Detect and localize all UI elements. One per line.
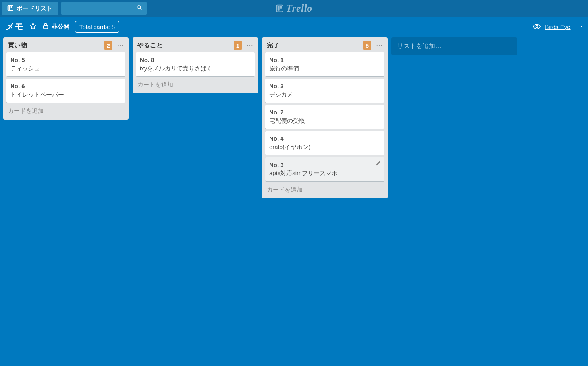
card-number: No. 6 (10, 82, 121, 90)
card-title: ティッシュ (10, 65, 40, 72)
card-count-badge: 1 (234, 41, 242, 50)
svg-rect-6 (277, 6, 279, 11)
list-header: 完了 5 ⋯ (262, 37, 388, 52)
card-number: No. 7 (269, 108, 380, 116)
svg-line-4 (140, 8, 142, 10)
board-header: メモ 非公開 Total cards: 8 Birds Eye · (0, 17, 588, 37)
card-title: erato(イヤホン) (269, 143, 310, 150)
list-cards: No. 5 ティッシュ No. 6 トイレットペーパー (3, 52, 129, 103)
trello-logo: Trello (276, 0, 312, 17)
list-shopping: 買い物 2 ⋯ No. 5 ティッシュ No. 6 トイレットペーパー カードを… (3, 37, 129, 120)
board-title: メモ (6, 21, 24, 33)
card-number: No. 4 (269, 134, 380, 143)
add-list-button[interactable]: リストを追加… (391, 37, 517, 55)
card[interactable]: No. 5 ティッシュ (6, 52, 125, 76)
list-title[interactable]: やること (137, 41, 231, 50)
list-todo: やること 1 ⋯ No. 8 ixyをメルカリで売りさばく カードを追加 (133, 37, 258, 93)
card[interactable]: No. 1 旅行の準備 (265, 52, 384, 76)
card-number: No. 5 (10, 56, 121, 64)
card[interactable]: No. 8 ixyをメルカリで売りさばく (136, 52, 255, 76)
list-menu-icon[interactable]: ⋯ (245, 42, 255, 49)
trello-board-icon (7, 5, 13, 12)
card-title: トイレットペーパー (10, 91, 64, 98)
svg-rect-7 (280, 6, 282, 9)
total-cards-badge: Total cards: 8 (75, 21, 119, 33)
card-number: No. 2 (269, 82, 380, 90)
add-card-button[interactable]: カードを追加 (262, 182, 388, 198)
svg-rect-8 (44, 25, 48, 29)
topbar: ボードリスト Trello (0, 0, 588, 17)
privacy-label: 非公開 (52, 23, 69, 31)
svg-rect-1 (8, 6, 10, 10)
svg-rect-2 (11, 6, 12, 8)
add-card-button[interactable]: カードを追加 (133, 77, 258, 93)
list-header: 買い物 2 ⋯ (3, 37, 129, 52)
svg-point-9 (536, 26, 538, 28)
board-canvas: 買い物 2 ⋯ No. 5 ティッシュ No. 6 トイレットペーパー カードを… (0, 37, 588, 366)
eye-icon (533, 23, 541, 31)
card-title: aptx対応simフリースマホ (269, 170, 337, 176)
card[interactable]: No. 7 宅配便の受取 (265, 105, 384, 129)
list-done: 完了 5 ⋯ No. 1 旅行の準備 No. 2 デジカメ No. 7 宅配便の… (262, 37, 388, 198)
birds-eye-button[interactable]: Birds Eye (533, 23, 570, 31)
boards-button[interactable]: ボードリスト (2, 2, 58, 15)
card[interactable]: No. 6 トイレットペーパー (6, 79, 125, 103)
card-title: 宅配便の受取 (269, 117, 305, 124)
star-icon[interactable] (29, 22, 37, 31)
lock-icon (42, 23, 49, 31)
card-number: No. 8 (140, 56, 251, 64)
list-title[interactable]: 完了 (267, 41, 360, 50)
card-number: No. 3 (269, 161, 380, 169)
svg-point-3 (137, 6, 141, 9)
list-menu-icon[interactable]: ⋯ (374, 42, 384, 49)
boards-button-label: ボードリスト (17, 5, 52, 12)
list-cards: No. 1 旅行の準備 No. 2 デジカメ No. 7 宅配便の受取 No. … (262, 52, 388, 182)
birds-eye-label: Birds Eye (545, 23, 570, 30)
card-title: デジカメ (269, 91, 293, 98)
card[interactable]: No. 3 aptx対応simフリースマホ (265, 157, 384, 181)
search-input[interactable] (61, 2, 147, 15)
privacy-button[interactable]: 非公開 (42, 23, 69, 31)
card[interactable]: No. 2 デジカメ (265, 79, 384, 103)
list-cards: No. 8 ixyをメルカリで売りさばく (133, 52, 258, 77)
search-icon (136, 4, 143, 12)
card-title: 旅行の準備 (269, 65, 299, 72)
card-count-badge: 5 (363, 41, 371, 50)
pencil-icon[interactable] (376, 161, 381, 166)
card[interactable]: No. 4 erato(イヤホン) (265, 131, 384, 155)
add-card-button[interactable]: カードを追加 (3, 103, 129, 120)
card-title: ixyをメルカリで売りさばく (140, 65, 212, 72)
card-number: No. 1 (269, 56, 380, 64)
list-title[interactable]: 買い物 (8, 41, 101, 50)
card-count-badge: 2 (104, 41, 112, 50)
list-menu-icon[interactable]: ⋯ (116, 42, 125, 49)
list-header: やること 1 ⋯ (133, 37, 258, 52)
header-more-icon[interactable]: · (581, 23, 582, 30)
